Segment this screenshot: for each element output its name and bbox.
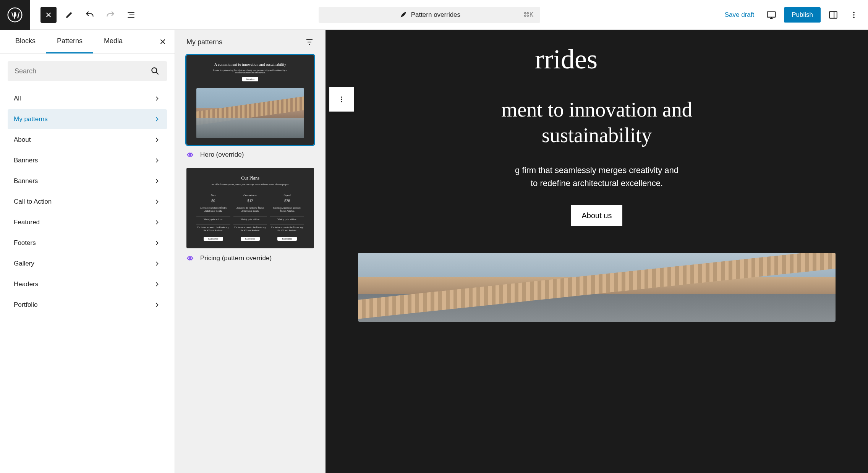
- block-options-button[interactable]: [329, 87, 354, 112]
- more-options-button[interactable]: [846, 7, 862, 23]
- publish-button[interactable]: Publish: [784, 7, 821, 23]
- svg-rect-2: [829, 11, 837, 18]
- svg-point-6: [152, 68, 157, 73]
- canvas-hero-image[interactable]: [358, 253, 836, 322]
- inserter-tabs: Blocks Patterns Media: [0, 30, 175, 53]
- chevron-right-icon: [153, 219, 161, 226]
- close-inserter-button[interactable]: [40, 7, 57, 23]
- pattern-name: Pricing (pattern override): [200, 254, 272, 262]
- plan-column: Free$0Access to 5 exclusive Études Artic…: [196, 192, 230, 241]
- edit-tool-button[interactable]: [61, 7, 77, 23]
- pattern-override-icon: [186, 254, 196, 263]
- feather-icon: [399, 11, 407, 19]
- page-title-fragment[interactable]: rrides: [535, 45, 598, 74]
- svg-rect-1: [768, 11, 776, 17]
- search-icon: [150, 66, 160, 76]
- about-us-button[interactable]: About us: [571, 205, 623, 226]
- preview-button[interactable]: [763, 7, 779, 23]
- category-item[interactable]: Headers: [8, 274, 167, 294]
- category-item[interactable]: All: [8, 89, 167, 109]
- svg-point-3: [853, 11, 855, 13]
- category-item[interactable]: Featured: [8, 212, 167, 232]
- chevron-right-icon: [153, 115, 161, 123]
- category-item[interactable]: Banners: [8, 171, 167, 191]
- redo-button[interactable]: [102, 7, 118, 23]
- canvas-heading[interactable]: ment to innovation and sustainability: [494, 97, 700, 149]
- close-inserter-icon[interactable]: [155, 34, 170, 49]
- category-label: About: [14, 136, 31, 144]
- pattern-search[interactable]: [8, 61, 167, 81]
- pattern-override-icon: [186, 150, 196, 159]
- category-item[interactable]: Portfolio: [8, 295, 167, 315]
- category-item[interactable]: Gallery: [8, 254, 167, 274]
- chevron-right-icon: [153, 260, 161, 267]
- undo-button[interactable]: [82, 7, 98, 23]
- plan-column: Connoisseur$12Access to 20 exclusive Étu…: [233, 192, 267, 241]
- pattern-preview-pricing[interactable]: Our Plans We offer flexible options, whi…: [186, 168, 314, 248]
- pattern-card[interactable]: A commitment to innovation and sustainab…: [186, 55, 314, 159]
- block-inserter-panel: Blocks Patterns Media AllMy patternsAbou…: [0, 30, 175, 473]
- category-item[interactable]: About: [8, 130, 167, 150]
- category-item[interactable]: Footers: [8, 233, 167, 253]
- category-label: My patterns: [14, 115, 48, 123]
- plan-column: Expert$28Exclusive, unlimited access to …: [270, 192, 304, 241]
- patterns-panel-title: My patterns: [186, 38, 222, 46]
- category-label: Featured: [14, 219, 40, 226]
- patterns-preview-panel: My patterns A commitment to innovation a…: [175, 30, 326, 473]
- wordpress-logo[interactable]: [0, 0, 30, 30]
- tab-blocks[interactable]: Blocks: [5, 30, 46, 53]
- chevron-right-icon: [153, 239, 161, 247]
- document-overview-button[interactable]: [123, 7, 139, 23]
- preview-sub: Études is a pioneering firm that seamles…: [212, 69, 288, 74]
- settings-sidebar-toggle[interactable]: [825, 7, 841, 23]
- preview-button: About us: [242, 77, 258, 81]
- category-item[interactable]: Call to Action: [8, 192, 167, 212]
- chevron-right-icon: [153, 177, 161, 185]
- category-item[interactable]: Banners: [8, 151, 167, 170]
- command-label: Pattern overrides: [411, 11, 460, 19]
- command-shortcut: ⌘K: [523, 11, 534, 18]
- category-label: Banners: [14, 157, 38, 164]
- category-label: Banners: [14, 177, 38, 185]
- category-label: All: [14, 95, 21, 102]
- category-item[interactable]: My patterns: [8, 109, 167, 129]
- preview-heading: A commitment to innovation and sustainab…: [214, 62, 286, 67]
- chevron-right-icon: [153, 301, 161, 309]
- preview-sub: We offer flexible options, which you can…: [211, 183, 289, 186]
- svg-point-4: [853, 14, 855, 16]
- chevron-right-icon: [153, 157, 161, 164]
- category-label: Headers: [14, 280, 38, 288]
- category-label: Footers: [14, 239, 36, 247]
- svg-point-5: [853, 16, 855, 18]
- category-label: Portfolio: [14, 301, 37, 309]
- editor-topbar: Pattern overrides ⌘K Save draft Publish: [0, 0, 868, 30]
- canvas-paragraph[interactable]: g firm that seamlessly merges creativity…: [507, 164, 686, 190]
- tab-patterns[interactable]: Patterns: [46, 30, 93, 53]
- preview-heading: Our Plans: [241, 175, 259, 181]
- save-draft-button[interactable]: Save draft: [720, 8, 759, 22]
- pattern-name: Hero (override): [200, 151, 244, 159]
- filter-icon[interactable]: [305, 37, 314, 47]
- tab-media[interactable]: Media: [93, 30, 133, 53]
- editor-canvas[interactable]: rrides ment to innovation and sustainabi…: [326, 30, 868, 473]
- category-label: Call to Action: [14, 198, 52, 206]
- chevron-right-icon: [153, 198, 161, 206]
- preview-image: [196, 88, 304, 138]
- command-palette-button[interactable]: Pattern overrides ⌘K: [319, 7, 540, 23]
- chevron-right-icon: [153, 136, 161, 144]
- svg-point-9: [341, 101, 342, 102]
- svg-point-7: [341, 97, 342, 98]
- pattern-category-list: AllMy patternsAboutBannersBannersCall to…: [0, 89, 175, 315]
- category-label: Gallery: [14, 260, 34, 267]
- chevron-right-icon: [153, 95, 161, 102]
- search-input[interactable]: [15, 67, 150, 75]
- pattern-card[interactable]: Our Plans We offer flexible options, whi…: [186, 168, 314, 263]
- chevron-right-icon: [153, 280, 161, 288]
- svg-point-8: [341, 99, 342, 100]
- pattern-preview-hero[interactable]: A commitment to innovation and sustainab…: [186, 55, 314, 145]
